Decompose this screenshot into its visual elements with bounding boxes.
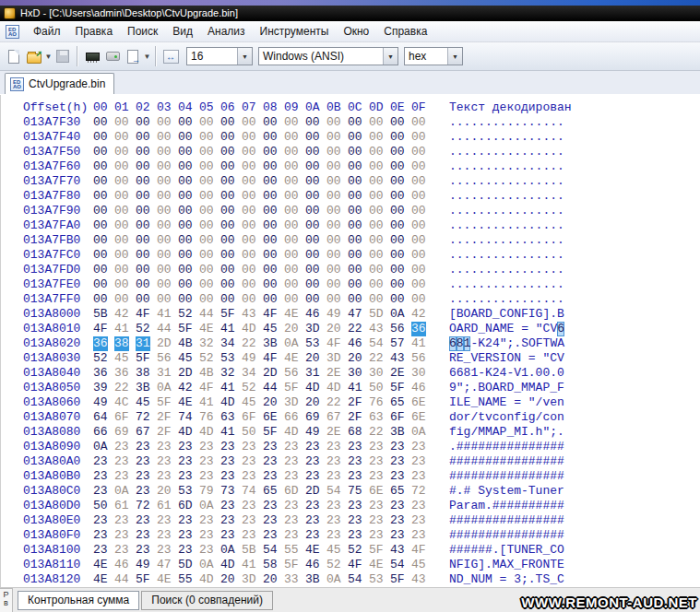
hex-byte[interactable]: 23	[326, 513, 348, 528]
hex-byte[interactable]: 4E	[284, 307, 305, 322]
hex-byte[interactable]: 75	[348, 484, 369, 499]
hex-byte[interactable]: 00	[93, 204, 114, 218]
hex-byte[interactable]: 23	[157, 454, 178, 469]
hex-byte[interactable]: 00	[114, 159, 136, 174]
decoded-text[interactable]: ................	[449, 263, 564, 277]
hex-byte[interactable]: 00	[199, 115, 220, 130]
hex-byte[interactable]: 46	[305, 558, 326, 572]
hex-byte[interactable]: 23	[220, 528, 242, 543]
hex-byte[interactable]: 23	[220, 454, 242, 469]
hex-byte[interactable]: 0A	[157, 381, 178, 395]
export-button[interactable]	[123, 46, 143, 66]
hex-byte[interactable]: 00	[199, 174, 220, 189]
hex-byte[interactable]: 4F	[326, 336, 348, 351]
hex-byte[interactable]: 00	[263, 292, 284, 307]
hex-byte[interactable]: 00	[114, 204, 136, 218]
hex-byte[interactable]: 20	[326, 322, 348, 336]
hex-byte[interactable]: 20	[220, 572, 242, 587]
hex-byte[interactable]: 00	[220, 130, 242, 145]
hex-byte[interactable]: 00	[136, 218, 157, 233]
hex-byte[interactable]: 45	[178, 351, 199, 366]
hex-byte[interactable]: 00	[326, 248, 348, 263]
hex-byte[interactable]: 00	[305, 248, 326, 263]
hex-byte[interactable]: 00	[369, 292, 390, 307]
hex-byte[interactable]: 00	[348, 233, 369, 248]
hex-byte[interactable]: 00	[390, 130, 411, 145]
hex-byte[interactable]: 00	[305, 263, 326, 277]
hex-byte[interactable]: 00	[263, 159, 284, 174]
hex-byte[interactable]: 45	[114, 351, 136, 366]
hex-byte[interactable]: 39	[93, 381, 114, 395]
bottom-tab-checksum[interactable]: Контрольная сумма	[18, 591, 139, 610]
hex-byte[interactable]: 00	[390, 145, 411, 159]
hex-byte[interactable]: 23	[136, 513, 157, 528]
hex-byte[interactable]: 00	[305, 159, 326, 174]
hex-byte[interactable]: 00	[93, 115, 114, 130]
hex-byte[interactable]: 00	[114, 115, 136, 130]
bytes-per-row-button[interactable]: ↔	[160, 46, 181, 66]
hex-byte[interactable]: 00	[411, 263, 433, 277]
hex-byte[interactable]: 2F	[157, 425, 178, 440]
hex-byte[interactable]: 23	[348, 469, 369, 484]
hex-byte[interactable]: 00	[93, 233, 114, 248]
hex-byte[interactable]: 00	[220, 248, 242, 263]
hex-byte[interactable]: 00	[348, 115, 369, 130]
hex-byte[interactable]: 00	[411, 130, 433, 145]
decoded-text[interactable]: 9";.BOARD_MMAP_F	[449, 381, 564, 395]
hex-byte[interactable]: 00	[220, 189, 242, 204]
hex-byte[interactable]: 23	[199, 469, 220, 484]
hex-byte[interactable]: 6E	[411, 410, 433, 425]
hex-byte[interactable]: 3D	[242, 572, 263, 587]
hex-byte[interactable]: 6F	[114, 410, 136, 425]
hex-byte[interactable]: 46	[348, 336, 369, 351]
open-ram-button[interactable]	[82, 46, 102, 66]
hex-byte[interactable]: 00	[284, 115, 305, 130]
hex-byte[interactable]: 4F	[136, 307, 157, 322]
hex-byte[interactable]: 00	[136, 248, 157, 263]
hex-byte[interactable]: 34	[220, 336, 242, 351]
bottom-tab-search[interactable]: Поиск (0 совпадений)	[141, 591, 273, 610]
decoded-text[interactable]: ######.[TUNER_CO	[449, 543, 564, 558]
hex-byte[interactable]: 23	[93, 454, 114, 469]
hex-byte[interactable]: 54	[348, 572, 369, 587]
hex-byte[interactable]: 52	[136, 322, 157, 336]
menu-item[interactable]: Файл	[26, 22, 68, 41]
hex-byte[interactable]: 68	[348, 425, 369, 440]
hex-byte[interactable]: 00	[114, 218, 136, 233]
hex-byte[interactable]: 00	[178, 130, 199, 145]
hex-byte[interactable]: 2F	[157, 410, 178, 425]
hex-byte[interactable]: 2D	[157, 336, 178, 351]
hex-byte[interactable]: 67	[326, 410, 348, 425]
hex-byte[interactable]: 00	[136, 277, 157, 292]
hex-byte[interactable]: 66	[284, 410, 305, 425]
hex-byte[interactable]: 00	[390, 277, 411, 292]
hex-byte[interactable]: 00	[114, 174, 136, 189]
decoded-text[interactable]: 6681-K24-V1.00.0	[449, 366, 564, 381]
hex-byte[interactable]: 00	[411, 204, 433, 218]
hex-byte[interactable]: 0A	[220, 543, 242, 558]
hex-byte[interactable]: 52	[242, 381, 263, 395]
hex-byte[interactable]: 41	[199, 395, 220, 410]
hex-byte[interactable]: 3D	[326, 351, 348, 366]
hex-byte[interactable]: 23	[136, 440, 157, 454]
hex-byte[interactable]: 42	[178, 381, 199, 395]
hex-byte[interactable]: 23	[157, 469, 178, 484]
hex-byte[interactable]: 00	[390, 233, 411, 248]
hex-byte[interactable]: 23	[284, 528, 305, 543]
hex-byte[interactable]: 00	[411, 248, 433, 263]
hex-byte[interactable]: 00	[369, 204, 390, 218]
hex-byte[interactable]: 00	[369, 159, 390, 174]
hex-byte[interactable]: 00	[220, 218, 242, 233]
hex-byte[interactable]: 36	[114, 366, 136, 381]
hex-byte[interactable]: 00	[114, 189, 136, 204]
hex-byte[interactable]: 00	[326, 130, 348, 145]
hex-byte[interactable]: 3D	[305, 322, 326, 336]
hex-byte[interactable]: 00	[348, 218, 369, 233]
hex-byte[interactable]: 00	[178, 115, 199, 130]
hex-byte[interactable]: 00	[411, 174, 433, 189]
hex-byte[interactable]: 23	[178, 440, 199, 454]
hex-byte[interactable]: 23	[242, 469, 263, 484]
hex-byte[interactable]: 00	[220, 145, 242, 159]
hex-byte[interactable]: 22	[114, 381, 136, 395]
hex-byte[interactable]: 74	[242, 484, 263, 499]
